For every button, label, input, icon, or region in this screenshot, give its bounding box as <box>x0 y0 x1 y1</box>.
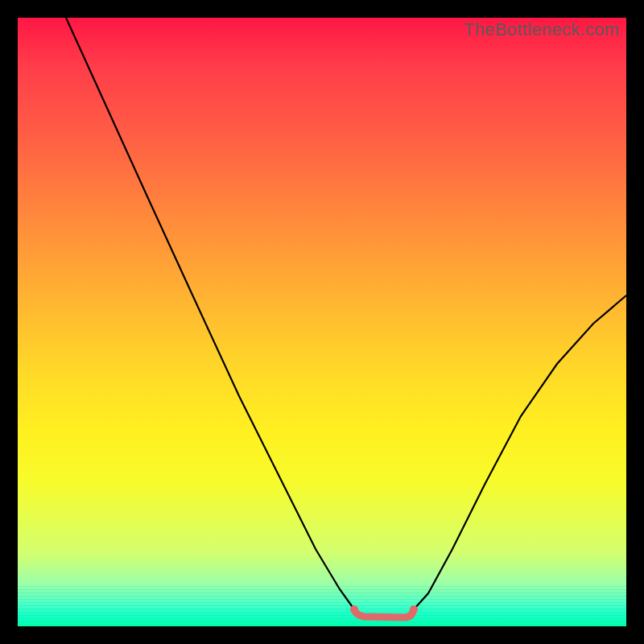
plot-area: TheBottleneck.com <box>18 18 626 626</box>
min-end-dot <box>410 605 418 613</box>
chart-frame: TheBottleneck.com <box>0 0 644 644</box>
curve-flat-min-highlight <box>354 609 414 617</box>
curve-left-branch <box>66 18 354 609</box>
curve-right-branch <box>414 295 626 609</box>
bottleneck-curve <box>18 18 626 626</box>
min-start-dot <box>350 605 358 613</box>
